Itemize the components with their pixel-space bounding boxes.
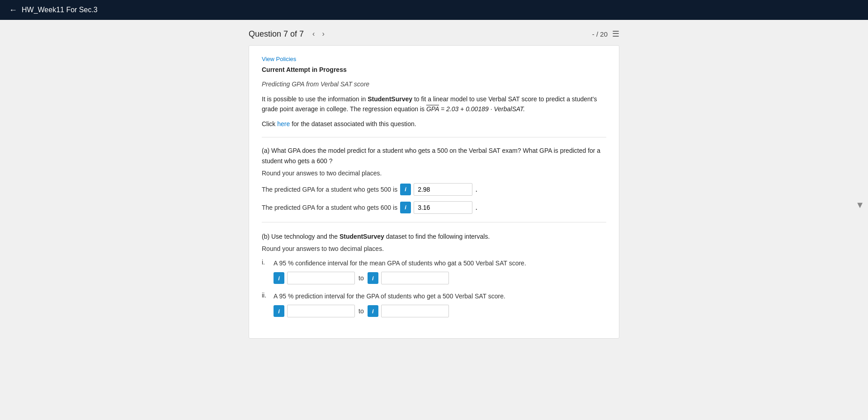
- round-note-a: Round your answes to two decimal places.: [262, 170, 606, 177]
- back-button[interactable]: ←: [9, 5, 17, 15]
- divider-1: [262, 137, 606, 137]
- interval-i-desc: A 95 % confidence interval for the mean …: [274, 259, 526, 268]
- section-b: (b) Use technology and the StudentSurvey…: [262, 231, 606, 317]
- interval-ii: ii. A 95 % prediction interval for the G…: [262, 292, 606, 317]
- interval-i-inputs: i to i: [274, 272, 606, 284]
- ci-input-2[interactable]: [381, 272, 449, 284]
- dot-after-500: .: [475, 184, 477, 194]
- interval-i-label-row: i. A 95 % confidence interval for the me…: [262, 259, 606, 268]
- score-display: - / 20: [592, 30, 608, 38]
- part-b-text-pre: (b) Use technology and the: [262, 233, 340, 240]
- answer-input-500[interactable]: [414, 183, 472, 196]
- dot-after-600: .: [475, 203, 477, 212]
- part-a-text: (a) What GPA does the model predict for …: [262, 146, 606, 166]
- interval-ii-inputs: i to i: [274, 305, 606, 317]
- question-title: Question 7 of 7: [249, 29, 304, 39]
- info-btn-500[interactable]: i: [400, 184, 411, 195]
- interval-ii-label-row: ii. A 95 % prediction interval for the G…: [262, 292, 606, 301]
- student-survey-bold-2: StudentSurvey: [340, 233, 384, 240]
- to-label-ci: to: [358, 274, 365, 282]
- question-score-area: - / 20 ☰: [592, 29, 619, 39]
- answer-input-600[interactable]: [414, 201, 472, 214]
- info-btn-ci-2[interactable]: i: [368, 272, 378, 284]
- input-row-600: The predicted GPA for a student who gets…: [262, 201, 606, 214]
- part-b-text-post: dataset to find the following intervals.: [384, 233, 490, 240]
- student-survey-bold-1: StudentSurvey: [368, 95, 412, 103]
- question-subtitle: Predicting GPA from Verbal SAT score: [262, 80, 606, 88]
- interval-ii-desc: A 95 % prediction interval for the GPA o…: [274, 292, 505, 301]
- click-text-post: for the dataset associated with this que…: [290, 120, 416, 127]
- content-wrapper: Question 7 of 7 ‹ › - / 20 ☰ View Polici…: [249, 29, 619, 402]
- ci-input-1[interactable]: [287, 272, 355, 284]
- part-b-text: (b) Use technology and the StudentSurvey…: [262, 231, 606, 241]
- click-text-pre: Click: [262, 120, 277, 127]
- intro-text-1: It is possible to use the information in: [262, 95, 368, 103]
- view-policies-link[interactable]: View Policies: [262, 56, 606, 62]
- main-area: Question 7 of 7 ‹ › - / 20 ☰ View Polici…: [0, 20, 868, 420]
- input-500-label: The predicted GPA for a student who gets…: [262, 186, 397, 193]
- info-btn-600[interactable]: i: [400, 202, 411, 213]
- interval-ii-num: ii.: [262, 292, 271, 299]
- divider-2: [262, 222, 606, 222]
- list-icon[interactable]: ☰: [612, 29, 619, 39]
- scroll-hint: ▼: [855, 200, 864, 210]
- info-btn-ci-1[interactable]: i: [274, 272, 284, 284]
- here-link[interactable]: here: [277, 120, 290, 127]
- topbar-title: HW_Week11 For Sec.3: [22, 6, 98, 14]
- question-card: View Policies Current Attempt in Progres…: [249, 45, 619, 339]
- click-here-paragraph: Click here for the dataset associated wi…: [262, 119, 606, 129]
- equation: GPA = 2.03 + 0.00189 · VerbalSAT.: [426, 105, 525, 113]
- pi-input-2[interactable]: [381, 305, 449, 317]
- round-note-b: Round your answers to two decimal places…: [262, 245, 606, 252]
- input-row-500: The predicted GPA for a student who gets…: [262, 183, 606, 196]
- intro-paragraph: It is possible to use the information in…: [262, 94, 606, 114]
- question-header: Question 7 of 7 ‹ › - / 20 ☰: [249, 29, 619, 39]
- pi-input-1[interactable]: [287, 305, 355, 317]
- question-nav: Question 7 of 7 ‹ ›: [249, 29, 327, 39]
- to-label-pi: to: [358, 307, 365, 315]
- equation-body: = 2.03 + 0.00189 · VerbalSAT.: [439, 105, 525, 113]
- info-btn-pi-2[interactable]: i: [368, 305, 378, 317]
- info-btn-pi-1[interactable]: i: [274, 305, 284, 317]
- next-question-button[interactable]: ›: [320, 29, 326, 39]
- input-600-label: The predicted GPA for a student who gets…: [262, 204, 397, 211]
- interval-i-num: i.: [262, 259, 271, 266]
- topbar: ← HW_Week11 For Sec.3: [0, 0, 868, 20]
- interval-i: i. A 95 % confidence interval for the me…: [262, 259, 606, 284]
- equation-gpa: GPA: [426, 105, 439, 113]
- prev-question-button[interactable]: ‹: [310, 29, 317, 39]
- attempt-label: Current Attempt in Progress: [262, 66, 606, 73]
